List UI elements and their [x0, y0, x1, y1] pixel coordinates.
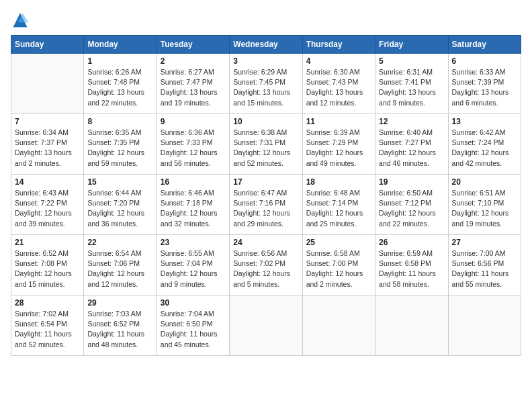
day-number: 11	[306, 117, 371, 126]
calendar-cell: 9Sunrise: 6:36 AMSunset: 7:33 PMDaylight…	[157, 114, 229, 175]
day-number: 2	[161, 56, 226, 66]
day-number: 21	[15, 238, 80, 247]
calendar-cell: 28Sunrise: 7:02 AMSunset: 6:54 PMDayligh…	[11, 295, 84, 356]
day-number: 15	[87, 177, 152, 187]
day-number: 17	[233, 177, 298, 187]
day-number: 27	[452, 238, 517, 247]
day-number: 6	[452, 56, 517, 66]
day-number: 14	[15, 177, 80, 187]
logo	[11, 11, 32, 30]
day-info: Sunrise: 6:48 AMSunset: 7:14 PMDaylight:…	[306, 188, 371, 229]
day-number: 29	[87, 298, 152, 308]
calendar-cell: 30Sunrise: 7:04 AMSunset: 6:50 PMDayligh…	[157, 295, 229, 356]
calendar-cell: 14Sunrise: 6:43 AMSunset: 7:22 PMDayligh…	[11, 175, 84, 235]
calendar-cell: 24Sunrise: 6:56 AMSunset: 7:02 PMDayligh…	[230, 235, 302, 295]
day-info: Sunrise: 6:30 AMSunset: 7:43 PMDaylight:…	[306, 67, 371, 108]
calendar-cell	[375, 295, 448, 356]
day-info: Sunrise: 6:31 AMSunset: 7:41 PMDaylight:…	[379, 67, 444, 108]
day-info: Sunrise: 6:58 AMSunset: 7:00 PMDaylight:…	[306, 248, 371, 289]
calendar-cell: 7Sunrise: 6:34 AMSunset: 7:37 PMDaylight…	[11, 114, 84, 175]
calendar-table: SundayMondayTuesdayWednesdayThursdayFrid…	[11, 35, 521, 356]
day-number: 23	[161, 238, 226, 247]
day-number: 5	[379, 56, 444, 66]
day-number: 3	[233, 56, 298, 66]
day-info: Sunrise: 6:35 AMSunset: 7:35 PMDaylight:…	[87, 128, 152, 169]
calendar-cell: 25Sunrise: 6:58 AMSunset: 7:00 PMDayligh…	[302, 235, 375, 295]
day-info: Sunrise: 6:42 AMSunset: 7:24 PMDaylight:…	[452, 128, 517, 169]
weekday-header-wednesday: Wednesday	[230, 36, 302, 54]
day-number: 25	[306, 238, 371, 247]
calendar-cell: 27Sunrise: 7:00 AMSunset: 6:56 PMDayligh…	[448, 235, 521, 295]
day-info: Sunrise: 6:51 AMSunset: 7:10 PMDaylight:…	[452, 188, 517, 229]
calendar-cell: 1Sunrise: 6:26 AMSunset: 7:48 PMDaylight…	[84, 54, 157, 114]
calendar-cell: 4Sunrise: 6:30 AMSunset: 7:43 PMDaylight…	[302, 54, 375, 114]
day-info: Sunrise: 7:04 AMSunset: 6:50 PMDaylight:…	[161, 309, 226, 350]
day-info: Sunrise: 6:34 AMSunset: 7:37 PMDaylight:…	[15, 128, 80, 169]
calendar-cell: 2Sunrise: 6:27 AMSunset: 7:47 PMDaylight…	[157, 54, 229, 114]
day-number: 20	[452, 177, 517, 187]
day-info: Sunrise: 6:29 AMSunset: 7:45 PMDaylight:…	[233, 67, 298, 108]
day-info: Sunrise: 7:00 AMSunset: 6:56 PMDaylight:…	[452, 248, 517, 289]
day-info: Sunrise: 6:26 AMSunset: 7:48 PMDaylight:…	[87, 67, 152, 108]
weekday-header-monday: Monday	[84, 36, 157, 54]
day-info: Sunrise: 6:33 AMSunset: 7:39 PMDaylight:…	[452, 67, 517, 108]
day-number: 18	[306, 177, 371, 187]
day-info: Sunrise: 6:46 AMSunset: 7:18 PMDaylight:…	[161, 188, 226, 229]
day-number: 26	[379, 238, 444, 247]
day-number: 1	[87, 56, 152, 66]
calendar-cell: 10Sunrise: 6:38 AMSunset: 7:31 PMDayligh…	[230, 114, 302, 175]
day-info: Sunrise: 6:50 AMSunset: 7:12 PMDaylight:…	[379, 188, 444, 229]
calendar-cell: 18Sunrise: 6:48 AMSunset: 7:14 PMDayligh…	[302, 175, 375, 235]
day-info: Sunrise: 6:59 AMSunset: 6:58 PMDaylight:…	[379, 248, 444, 289]
day-info: Sunrise: 6:38 AMSunset: 7:31 PMDaylight:…	[233, 128, 298, 169]
day-info: Sunrise: 6:54 AMSunset: 7:06 PMDaylight:…	[87, 248, 152, 289]
calendar-cell: 15Sunrise: 6:44 AMSunset: 7:20 PMDayligh…	[84, 175, 157, 235]
weekday-header-saturday: Saturday	[448, 36, 521, 54]
calendar-cell: 17Sunrise: 6:47 AMSunset: 7:16 PMDayligh…	[230, 175, 302, 235]
calendar-cell: 26Sunrise: 6:59 AMSunset: 6:58 PMDayligh…	[375, 235, 448, 295]
day-info: Sunrise: 6:52 AMSunset: 7:08 PMDaylight:…	[15, 248, 80, 289]
day-number: 19	[379, 177, 444, 187]
day-info: Sunrise: 6:47 AMSunset: 7:16 PMDaylight:…	[233, 188, 298, 229]
day-number: 13	[452, 117, 517, 126]
day-info: Sunrise: 7:02 AMSunset: 6:54 PMDaylight:…	[15, 309, 80, 350]
day-number: 9	[161, 117, 226, 126]
day-number: 4	[306, 56, 371, 66]
calendar-cell	[302, 295, 375, 356]
calendar-cell: 8Sunrise: 6:35 AMSunset: 7:35 PMDaylight…	[84, 114, 157, 175]
day-number: 22	[87, 238, 152, 247]
weekday-header-tuesday: Tuesday	[157, 36, 229, 54]
day-number: 10	[233, 117, 298, 126]
calendar-cell	[448, 295, 521, 356]
day-info: Sunrise: 7:03 AMSunset: 6:52 PMDaylight:…	[87, 309, 152, 350]
day-number: 8	[87, 117, 152, 126]
calendar-cell: 19Sunrise: 6:50 AMSunset: 7:12 PMDayligh…	[375, 175, 448, 235]
day-info: Sunrise: 6:27 AMSunset: 7:47 PMDaylight:…	[161, 67, 226, 108]
logo-icon	[11, 11, 30, 30]
day-number: 7	[15, 117, 80, 126]
calendar-cell	[230, 295, 302, 356]
day-info: Sunrise: 6:56 AMSunset: 7:02 PMDaylight:…	[233, 248, 298, 289]
calendar-cell	[11, 54, 84, 114]
day-info: Sunrise: 6:39 AMSunset: 7:29 PMDaylight:…	[306, 128, 371, 169]
weekday-header-friday: Friday	[375, 36, 448, 54]
calendar-cell: 22Sunrise: 6:54 AMSunset: 7:06 PMDayligh…	[84, 235, 157, 295]
header	[11, 11, 521, 30]
calendar-cell: 5Sunrise: 6:31 AMSunset: 7:41 PMDaylight…	[375, 54, 448, 114]
day-info: Sunrise: 6:43 AMSunset: 7:22 PMDaylight:…	[15, 188, 80, 229]
day-info: Sunrise: 6:40 AMSunset: 7:27 PMDaylight:…	[379, 128, 444, 169]
calendar-cell: 23Sunrise: 6:55 AMSunset: 7:04 PMDayligh…	[157, 235, 229, 295]
calendar-cell: 12Sunrise: 6:40 AMSunset: 7:27 PMDayligh…	[375, 114, 448, 175]
calendar-cell: 21Sunrise: 6:52 AMSunset: 7:08 PMDayligh…	[11, 235, 84, 295]
calendar-cell: 16Sunrise: 6:46 AMSunset: 7:18 PMDayligh…	[157, 175, 229, 235]
calendar-cell: 13Sunrise: 6:42 AMSunset: 7:24 PMDayligh…	[448, 114, 521, 175]
day-info: Sunrise: 6:44 AMSunset: 7:20 PMDaylight:…	[87, 188, 152, 229]
calendar-cell: 20Sunrise: 6:51 AMSunset: 7:10 PMDayligh…	[448, 175, 521, 235]
weekday-header-thursday: Thursday	[302, 36, 375, 54]
day-info: Sunrise: 6:36 AMSunset: 7:33 PMDaylight:…	[161, 128, 226, 169]
day-number: 28	[15, 298, 80, 308]
day-info: Sunrise: 6:55 AMSunset: 7:04 PMDaylight:…	[161, 248, 226, 289]
day-number: 16	[161, 177, 226, 187]
day-number: 30	[161, 298, 226, 308]
day-number: 12	[379, 117, 444, 126]
